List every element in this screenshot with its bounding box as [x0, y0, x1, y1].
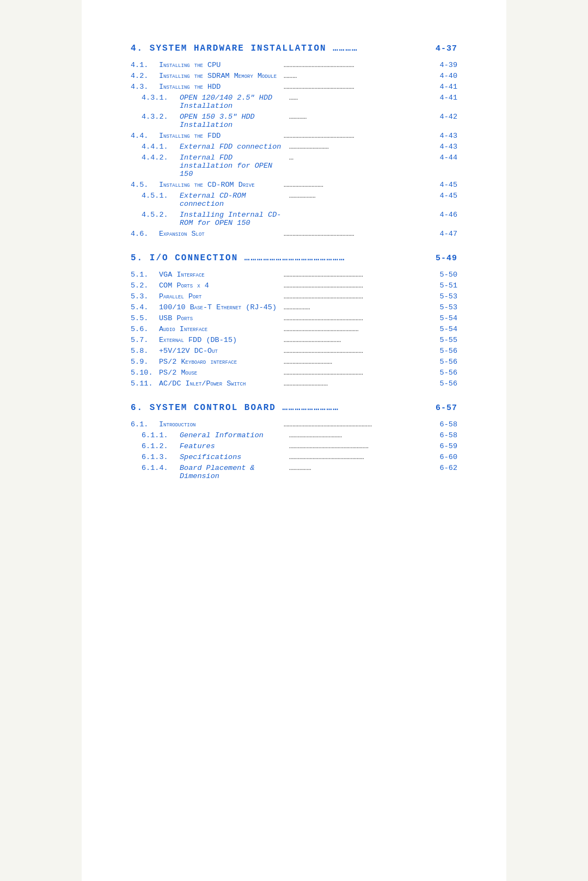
item-number: 6.1.1. — [142, 431, 180, 439]
toc-item[interactable]: 5.4.100/10 Base-T Ethernet (RJ-45)………………… — [131, 303, 457, 311]
item-label: External FDD (DB-15) — [159, 336, 281, 344]
item-number: 5.2. — [131, 282, 159, 290]
item-dots: ……………… — [289, 192, 434, 200]
toc-item[interactable]: 4.4.1.External FDD connection………………………4-… — [131, 143, 457, 151]
item-page-number: 5-54 — [437, 314, 457, 322]
item-label: Expansion Slot — [159, 230, 281, 238]
item-number: 6.1.3. — [142, 453, 180, 461]
item-number: 5.6. — [131, 325, 159, 333]
item-label: VGA Interface — [159, 271, 281, 279]
item-label: PS/2 Keyboard interface — [159, 358, 281, 366]
toc-item[interactable]: 5.8.+5V/12V DC-Out………………………………………………5-56 — [131, 347, 457, 355]
toc-item[interactable]: 5.7.External FDD (DB-15)…………………………………5-5… — [131, 336, 457, 344]
item-number: 5.9. — [131, 358, 159, 366]
item-number: 5.5. — [131, 314, 159, 322]
toc-item[interactable]: 5.5.USB Ports………………………………………………5-54 — [131, 314, 457, 322]
toc-item[interactable]: 6.1.4.Board Placement & Dimension……………6-… — [131, 464, 457, 480]
item-number: 4.4. — [131, 132, 159, 140]
item-number: 4.2. — [131, 72, 159, 80]
toc-item[interactable]: 6.1.Introduction……………………………………………………6-58 — [131, 420, 457, 429]
toc-item[interactable]: 5.1.VGA Interface………………………………………………5-50 — [131, 271, 457, 279]
item-dots: ………………………………………… — [284, 230, 434, 238]
item-label: COM Ports x 4 — [159, 282, 281, 290]
toc-item[interactable]: 5.2.COM Ports x 4………………………………………………5-51 — [131, 282, 457, 290]
item-number: 4.6. — [131, 230, 159, 238]
item-page-number: 4-47 — [437, 230, 457, 238]
item-dots: ………………………… — [284, 380, 434, 388]
toc-item[interactable]: 6.1.3.Specifications……………………………………………6-6… — [131, 453, 457, 461]
item-dots: ……………………………………………… — [284, 369, 434, 377]
item-page-number: 4-45 — [437, 181, 457, 189]
item-label: Installing the SDRAM Memory Module — [159, 72, 281, 80]
toc-item[interactable]: 4.4.Installing the FDD…………………………………………4-… — [131, 132, 457, 140]
item-label: Installing the CD-ROM Drive — [159, 181, 281, 189]
section-5: 5. I/O CONNECTION …………………………………………5-495.… — [131, 253, 457, 388]
toc-item[interactable]: 4.6.Expansion Slot…………………………………………4-47 — [131, 230, 457, 238]
item-page-number: 5-50 — [437, 271, 457, 279]
item-number: 4.4.1. — [142, 143, 180, 151]
item-label: Audio Interface — [159, 325, 281, 333]
item-label: External FDD connection — [180, 143, 287, 151]
section-header-1[interactable]: 5. I/O CONNECTION …………………………………………5-49 — [131, 253, 457, 263]
item-page-number: 6-62 — [437, 464, 457, 472]
item-number: 6.1.4. — [142, 464, 180, 472]
toc-item[interactable]: 4.1.Installing the CPU…………………………………………4-… — [131, 61, 457, 69]
item-page-number: 4-39 — [437, 61, 457, 69]
item-dots: ……… — [284, 72, 434, 80]
item-page-number: 4-46 — [437, 211, 457, 219]
item-dots: ……………………………………………… — [284, 292, 434, 301]
toc-item[interactable]: 5.10.PS/2 Mouse………………………………………………5-56 — [131, 369, 457, 377]
toc-item[interactable]: 4.3.Installing the HDD…………………………………………4-… — [131, 83, 457, 91]
item-dots: ………………………………………… — [284, 132, 434, 140]
item-label: Parallel Port — [159, 292, 281, 301]
item-dots: …………………………… — [284, 358, 434, 366]
item-page-number: 6-59 — [437, 442, 457, 450]
item-label: 100/10 Base-T Ethernet (RJ-45) — [159, 303, 281, 311]
item-label: Specifications — [180, 453, 287, 461]
toc-item[interactable]: 6.1.2.Features………………………………………………6-59 — [131, 442, 457, 450]
item-label: External CD-ROM connection — [180, 192, 287, 208]
toc-item[interactable]: 4.2.Installing the SDRAM Memory Module……… — [131, 72, 457, 80]
toc-item[interactable]: 5.3.Parallel Port………………………………………………5-53 — [131, 292, 457, 301]
item-dots: ……………… — [284, 303, 434, 311]
toc-item[interactable]: 5.6.Audio Interface……………………………………………5-54 — [131, 325, 457, 333]
item-dots: ……………………………………………… — [284, 271, 434, 279]
item-number: 4.5.2. — [142, 211, 180, 219]
item-page-number: 5-56 — [437, 358, 457, 366]
item-page-number: 5-54 — [437, 325, 457, 333]
toc-item[interactable]: 4.5.Installing the CD-ROM Drive………………………… — [131, 181, 457, 189]
page: 4. SYSTEM HARDWARE INSTALLATION …………4-37… — [82, 0, 506, 881]
item-label: Board Placement & Dimension — [180, 464, 287, 480]
item-dots: …… — [289, 94, 434, 102]
item-page-number: 4-41 — [437, 83, 457, 91]
toc-item[interactable]: 4.4.2.Internal FDD installation for OPEN… — [131, 154, 457, 178]
item-label: Installing Internal CD-ROM for OPEN 150 — [180, 211, 287, 227]
toc-item[interactable]: 4.5.1.External CD-ROM connection………………4-… — [131, 192, 457, 208]
item-number: 4.1. — [131, 61, 159, 69]
item-number: 4.3. — [131, 83, 159, 91]
item-label: General Information — [180, 431, 287, 439]
item-number: 5.3. — [131, 292, 159, 301]
toc-item[interactable]: 6.1.1.General Information………………………………6-5… — [131, 431, 457, 439]
item-number: 5.7. — [131, 336, 159, 344]
item-page-number: 4-43 — [437, 132, 457, 140]
item-label: OPEN 150 3.5" HDD Installation — [180, 113, 287, 129]
toc-item[interactable]: 4.3.1.OPEN 120/140 2.5" HDD Installation… — [131, 94, 457, 110]
item-number: 5.4. — [131, 303, 159, 311]
toc-item[interactable]: 5.9.PS/2 Keyboard interface……………………………5-… — [131, 358, 457, 366]
item-number: 4.3.1. — [142, 94, 180, 102]
toc-item[interactable]: 5.11.AC/DC Inlet/Power Switch…………………………5… — [131, 380, 457, 388]
item-number: 4.5. — [131, 181, 159, 189]
toc-item[interactable]: 4.5.2.Installing Internal CD-ROM for OPE… — [131, 211, 457, 227]
section-header-2[interactable]: 6. SYSTEM CONTROL BOARD ………………………6-57 — [131, 403, 457, 413]
section-page-number: 5-49 — [436, 254, 457, 263]
item-page-number: 4-42 — [437, 113, 457, 121]
item-page-number: 4-45 — [437, 192, 457, 200]
item-number: 5.8. — [131, 347, 159, 355]
item-dots: ………………………………………… — [284, 61, 434, 69]
section-header-0[interactable]: 4. SYSTEM HARDWARE INSTALLATION …………4-37 — [131, 44, 457, 53]
item-number: 6.1. — [131, 420, 159, 429]
item-page-number: 6-58 — [437, 420, 457, 429]
section-title: 4. SYSTEM HARDWARE INSTALLATION ………… — [131, 44, 358, 53]
toc-item[interactable]: 4.3.2.OPEN 150 3.5" HDD Installation…………… — [131, 113, 457, 129]
